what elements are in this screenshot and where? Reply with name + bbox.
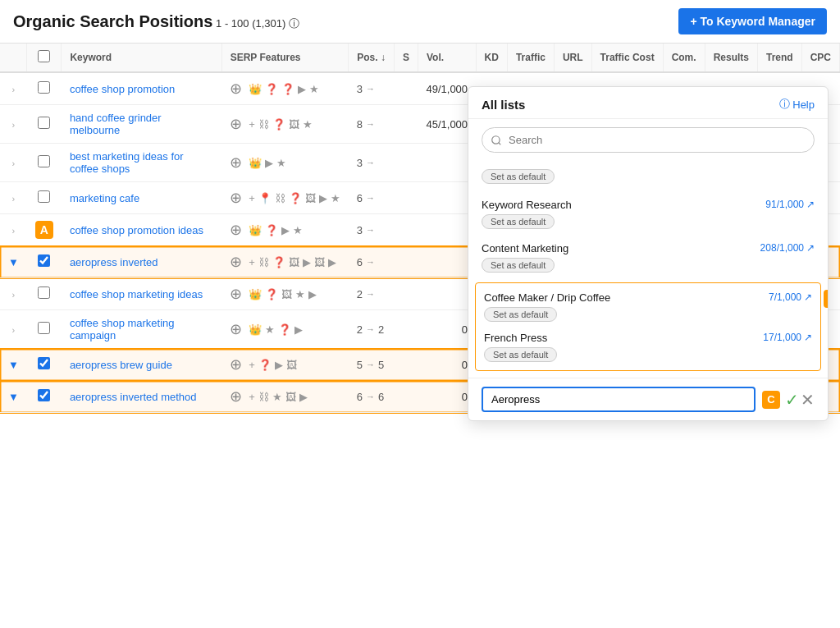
serp-add-icon[interactable]: ⊕ xyxy=(230,285,242,303)
expand-cell[interactable]: › xyxy=(0,72,27,105)
list-count[interactable]: 17/1,000 ↗ xyxy=(763,332,812,343)
keyword-link[interactable]: marketing cafe xyxy=(70,192,139,204)
checkbox-cell[interactable] xyxy=(27,310,62,349)
serp-add-icon[interactable]: ⊕ xyxy=(230,154,242,172)
serp-icon: 👑 xyxy=(249,323,262,336)
default-list-item[interactable]: Set as default xyxy=(468,164,828,192)
checkbox-cell[interactable] xyxy=(27,381,62,413)
new-list-area: C ✓ ✕ xyxy=(468,378,828,420)
expand-cell[interactable]: ▼ xyxy=(0,349,27,381)
results-col-header[interactable]: Results xyxy=(705,44,757,72)
list-item-keyword-research[interactable]: Keyword Research 91/1,000 ↗ Set as defau… xyxy=(468,192,828,236)
keyword-link[interactable]: coffee shop promotion ideas xyxy=(70,224,203,236)
serp-add-icon[interactable]: ⊕ xyxy=(230,355,242,374)
serp-icon: + xyxy=(249,391,255,403)
serp-icon: ❓ xyxy=(289,192,302,204)
keyword-link[interactable]: coffee shop marketing campaign xyxy=(70,317,175,342)
list-count[interactable]: 208/1,000 ↗ xyxy=(760,242,815,254)
expand-cell[interactable]: › xyxy=(0,310,27,349)
checkbox-cell[interactable] xyxy=(27,349,62,381)
serp-add-icon[interactable]: ⊕ xyxy=(230,387,242,406)
serp-icon: ★ xyxy=(295,288,305,300)
expand-cell[interactable]: ▼ xyxy=(0,246,27,278)
kd-col-header[interactable]: KD xyxy=(476,44,507,72)
serp-add-icon[interactable]: ⊕ xyxy=(230,221,242,239)
list-count[interactable]: 7/1,000 ↗ B xyxy=(769,291,812,303)
serp-icon: ▶ xyxy=(275,359,283,371)
vol-col-header[interactable]: Vol. xyxy=(418,44,476,72)
expand-cell[interactable]: › xyxy=(0,278,27,310)
set-default-button[interactable]: Set as default xyxy=(482,214,555,229)
serp-add-icon[interactable]: ⊕ xyxy=(230,320,242,338)
check-all-col[interactable] xyxy=(27,44,62,72)
pos-value: 8 xyxy=(357,118,363,131)
row-checkbox[interactable] xyxy=(38,322,50,334)
popup-help-link[interactable]: ⓘ Help xyxy=(779,97,815,112)
set-default-button[interactable]: Set as default xyxy=(484,307,557,322)
set-default-button[interactable]: Set as default xyxy=(482,258,555,273)
expand-cell[interactable]: › xyxy=(0,105,27,144)
pos-arrow: → xyxy=(366,193,375,203)
com-col-header[interactable]: Com. xyxy=(663,44,705,72)
traffic-col-header[interactable]: Traffic xyxy=(507,44,554,72)
list-item-french-press[interactable]: French Press 17/1,000 ↗ Set as default xyxy=(476,327,820,367)
row-checkbox[interactable] xyxy=(38,81,50,94)
trend-col-header[interactable]: Trend xyxy=(757,44,801,72)
checkbox-cell[interactable] xyxy=(27,278,62,310)
serp-icon: ❓ xyxy=(265,83,278,95)
new-list-input[interactable] xyxy=(482,387,756,412)
set-default-button[interactable]: Set as default xyxy=(484,347,557,362)
row-checkbox[interactable] xyxy=(38,357,50,369)
checkbox-cell[interactable] xyxy=(27,144,62,182)
serp-icon: 🖼 xyxy=(286,359,297,371)
serp-cell: ⊕ 👑❓▶★ xyxy=(221,214,349,246)
keyword-link[interactable]: coffee shop promotion xyxy=(70,83,175,95)
list-item-content-marketing[interactable]: Content Marketing 208/1,000 ↗ Set as def… xyxy=(468,236,828,279)
page-title: Organic Search Positions xyxy=(13,12,212,30)
cost-col-header[interactable]: Traffic Cost xyxy=(591,44,663,72)
pos-col-header[interactable]: Pos. ↓ xyxy=(349,44,395,72)
checkbox-cell[interactable] xyxy=(27,182,62,214)
serp-cell: ⊕ +⛓❓🖼★ xyxy=(221,105,349,144)
checkbox-cell[interactable] xyxy=(27,246,62,278)
serp-add-icon[interactable]: ⊕ xyxy=(230,115,242,133)
serp-icon: 🖼 xyxy=(314,256,325,268)
s-cell xyxy=(394,182,418,214)
keyword-manager-button[interactable]: + To Keyword Manager xyxy=(678,8,827,34)
row-checkbox[interactable] xyxy=(38,117,50,129)
info-icon[interactable]: ⓘ xyxy=(289,17,299,30)
set-default-button-top[interactable]: Set as default xyxy=(482,169,555,184)
expand-cell[interactable]: › xyxy=(0,182,27,214)
keyword-link[interactable]: aeropress inverted xyxy=(70,256,158,268)
new-list-confirm-button[interactable]: ✓ xyxy=(785,390,799,410)
popup-search-input[interactable] xyxy=(482,127,815,153)
row-checkbox[interactable] xyxy=(38,254,50,267)
serp-add-icon[interactable]: ⊕ xyxy=(230,80,242,98)
new-list-cancel-button[interactable]: ✕ xyxy=(801,390,815,410)
s-cell xyxy=(394,349,418,381)
serp-add-icon[interactable]: ⊕ xyxy=(230,189,242,207)
keyword-link[interactable]: coffee shop marketing ideas xyxy=(70,288,203,300)
url-col-header[interactable]: URL xyxy=(554,44,591,72)
row-checkbox[interactable] xyxy=(38,286,50,299)
keyword-link[interactable]: aeropress brew guide xyxy=(70,359,172,371)
keyword-link[interactable]: hand coffee grinder melbourne xyxy=(70,112,162,136)
keyword-link[interactable]: aeropress inverted method xyxy=(70,391,197,403)
expand-cell[interactable]: ▼ xyxy=(0,381,27,413)
list-count[interactable]: 91/1,000 ↗ xyxy=(765,199,815,210)
cpc-col-header[interactable]: CPC xyxy=(801,44,839,72)
row-checkbox[interactable] xyxy=(38,190,50,203)
checkbox-cell[interactable] xyxy=(27,72,62,105)
serp-add-icon[interactable]: ⊕ xyxy=(230,253,242,271)
keyword-link[interactable]: best marketing ideas for coffee shops xyxy=(70,150,184,175)
list-item-coffee-maker[interactable]: Coffee Maker / Drip Coffee 7/1,000 ↗ B S… xyxy=(476,286,820,327)
row-checkbox[interactable] xyxy=(38,155,50,167)
check-all-checkbox[interactable] xyxy=(38,50,50,62)
expand-cell[interactable]: › xyxy=(0,144,27,182)
label-b-badge: B xyxy=(824,290,828,308)
checkbox-cell[interactable] xyxy=(27,105,62,144)
checkbox-cell[interactable]: A xyxy=(27,214,62,246)
serp-icon: 🖼 xyxy=(281,288,292,300)
row-checkbox[interactable] xyxy=(38,389,50,401)
expand-cell[interactable]: › xyxy=(0,214,27,246)
